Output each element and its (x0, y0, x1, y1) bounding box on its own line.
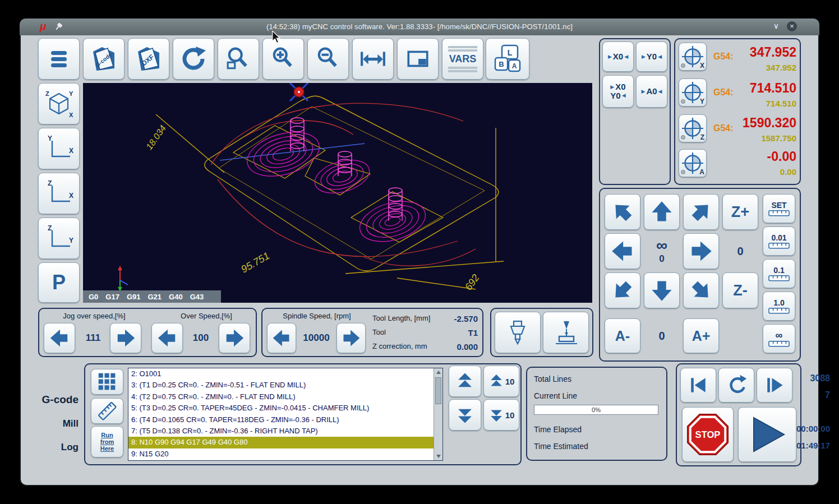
dro-y-crosshair-button[interactable]: Y (679, 78, 707, 107)
double-down-icon (455, 405, 474, 424)
vars-decor (448, 46, 477, 48)
jog-speed-down-button[interactable] (44, 323, 75, 353)
open-gcode-button[interactable]: G-code (83, 38, 125, 80)
jog-z-plus-button[interactable]: Z+ (722, 194, 758, 230)
radio-dot (681, 135, 685, 140)
zero-xy-button[interactable]: ▶X0 Y0◀ (602, 75, 634, 108)
zero-y-button[interactable]: ▶Y0◀ (636, 41, 667, 72)
tool-value: T1 (437, 328, 478, 337)
jog-down-right-button[interactable] (683, 272, 719, 308)
modal-code: G0 (89, 293, 98, 301)
jog-step-zero: 0 (659, 253, 664, 265)
jog-a-value: 0 (644, 318, 680, 353)
toolpath-viewport[interactable]: 18.034 95.751 692 (83, 83, 592, 303)
gcode-line[interactable]: 5: (T3 D=0.25 CR=0. TAPER=45DEG - ZMIN=-… (128, 403, 434, 414)
refresh-button[interactable] (173, 38, 214, 80)
jog-y-minus-button[interactable] (644, 272, 680, 308)
jog-z-minus-button[interactable]: Z- (722, 272, 758, 308)
window-select-button[interactable] (397, 38, 439, 80)
play-button[interactable] (738, 407, 796, 462)
scroll-down-icon[interactable] (435, 453, 441, 460)
dro-x-crosshair-button[interactable]: X (679, 43, 707, 71)
over-speed-down-button[interactable] (151, 323, 183, 353)
jog-x-plus-button[interactable] (683, 233, 719, 269)
tab-log[interactable]: Log (27, 442, 79, 453)
jog-down-left-button[interactable] (605, 272, 640, 308)
dro-a-crosshair-button[interactable]: A (679, 149, 707, 177)
jog-x-minus-button[interactable] (605, 233, 640, 269)
fit-width-button[interactable] (352, 38, 394, 80)
tri-right-icon: ▶ (608, 54, 612, 59)
vars-decor (448, 49, 477, 52)
jog-up-left-button[interactable] (605, 194, 640, 230)
step-10-button[interactable]: 1.0 (763, 292, 795, 321)
zero-a-button[interactable]: ▶A0◀ (636, 75, 667, 108)
dro-x-value: 347.952 (729, 45, 796, 60)
keyboard-keys-icon: L B A (493, 44, 522, 73)
grid-icon (97, 372, 117, 392)
right-arrow-icon (115, 327, 136, 349)
tab-mill[interactable]: Mill (27, 418, 79, 429)
step-continuous-button[interactable]: ∞ (763, 324, 795, 353)
selection-window-icon (405, 46, 431, 72)
minimize-icon[interactable]: ∨ (773, 21, 779, 30)
zoom-out-button[interactable] (307, 38, 349, 80)
spindle-speed-label: Spindle Speed, [rpm] (264, 312, 370, 320)
axis-letter: Z (700, 133, 704, 141)
jog-up-right-button[interactable] (683, 194, 719, 230)
step-forward-button[interactable] (757, 368, 792, 403)
skip-start-icon (687, 374, 709, 396)
stop-button[interactable]: STOP (682, 407, 734, 462)
mouse-cursor (271, 31, 282, 44)
dro-y-sub-value: 714.510 (729, 99, 796, 108)
svg-text:Z: Z (48, 224, 52, 232)
tri-left-icon: ◀ (658, 54, 662, 59)
svg-text:B: B (499, 60, 504, 68)
dro-z-crosshair-button[interactable]: Z (679, 114, 707, 142)
jog-a-plus-button[interactable]: A+ (683, 318, 719, 353)
measure-button[interactable] (91, 398, 123, 424)
keyboard-button[interactable]: L B A (486, 38, 529, 80)
dimension-label-bottom: 95.751 (239, 250, 271, 275)
spindle-speed-up-button[interactable] (336, 323, 366, 353)
zoom-in-button[interactable] (262, 38, 304, 80)
menu-button[interactable] (38, 38, 80, 80)
spindle-button[interactable] (495, 312, 541, 353)
step-01-button[interactable]: 0.1 (763, 259, 795, 288)
over-speed-up-button[interactable] (219, 323, 250, 353)
zoom-fit-button[interactable] (218, 38, 259, 80)
view-iso-button[interactable]: Z Y X (38, 83, 80, 124)
modal-code: G17 (105, 293, 119, 301)
step-001-button[interactable]: 0.01 (763, 226, 795, 256)
jog-a-minus-button[interactable]: A- (605, 318, 640, 353)
view-zy-button[interactable]: Z Y (38, 218, 80, 259)
step-set-button[interactable]: SET (763, 194, 795, 223)
gcode-file-icon: G-code (89, 44, 119, 74)
view-zx-button[interactable]: Z X (38, 173, 80, 214)
vars-button[interactable]: VARS (442, 38, 483, 80)
tool-measure-button[interactable] (543, 312, 589, 353)
progress-bar: 0% (534, 405, 658, 415)
jog-speed-up-button[interactable] (110, 323, 141, 353)
zero-x-button[interactable]: ▶X0◀ (602, 41, 634, 72)
down-arrow-icon (649, 278, 674, 303)
close-icon[interactable]: × (787, 21, 797, 31)
dro-y-value: 714.510 (729, 81, 796, 96)
spindle-speed-down-button[interactable] (267, 323, 296, 353)
modal-codes-bar: G0 G17 G91 G21 G40 G43 (83, 290, 221, 303)
run-from-here-button[interactable]: Run from Here (91, 426, 123, 457)
open-dxf-button[interactable]: DXF (128, 38, 169, 80)
radio-dot (681, 170, 685, 174)
dxf-file-icon: DXF (133, 44, 164, 74)
reset-program-button[interactable] (718, 368, 754, 403)
up-arrow-icon (649, 200, 674, 224)
rewind-to-start-button[interactable] (680, 368, 716, 403)
grid-view-button[interactable] (91, 369, 123, 395)
tab-gcode[interactable]: G-code (27, 394, 79, 406)
svg-text:Y: Y (69, 237, 73, 244)
svg-text:Y: Y (48, 135, 52, 142)
park-button[interactable]: P (38, 262, 80, 303)
view-yx-button[interactable]: Y X (38, 128, 80, 169)
jog-y-plus-button[interactable] (644, 194, 680, 230)
dro-x-sub-value: 347.952 (729, 63, 796, 72)
